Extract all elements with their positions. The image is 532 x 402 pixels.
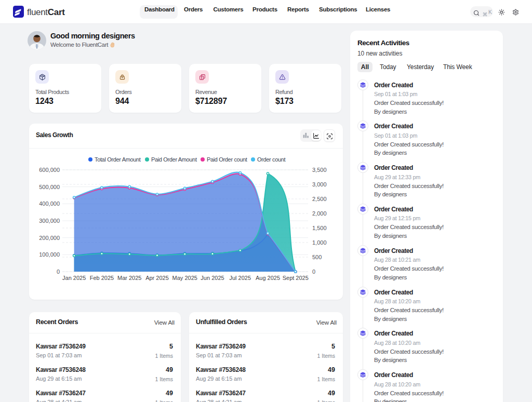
svg-text:Mar 2025: Mar 2025: [117, 275, 141, 281]
svg-text:1,000: 1,000: [312, 239, 327, 246]
svg-text:300,000: 300,000: [39, 218, 60, 224]
svg-text:2,000: 2,000: [312, 210, 327, 217]
svg-text:Order count: Order count: [257, 156, 286, 163]
svg-text:0: 0: [312, 269, 315, 275]
svg-text:0: 0: [57, 269, 60, 275]
svg-text:500,000: 500,000: [39, 184, 60, 190]
svg-text:2,500: 2,500: [312, 196, 327, 202]
svg-text:Apr 2025: Apr 2025: [145, 275, 169, 281]
svg-text:Jul 2025: Jul 2025: [229, 275, 251, 281]
svg-text:100,000: 100,000: [39, 251, 60, 258]
svg-text:3,500: 3,500: [312, 167, 327, 173]
svg-text:500: 500: [312, 254, 322, 260]
svg-text:600,000: 600,000: [39, 167, 60, 173]
svg-text:Feb 2025: Feb 2025: [90, 275, 114, 281]
svg-text:Paid Order count: Paid Order count: [207, 156, 247, 163]
svg-text:Total Order Amount: Total Order Amount: [95, 156, 141, 163]
svg-text:3,000: 3,000: [312, 181, 327, 187]
svg-text:400,000: 400,000: [39, 200, 60, 207]
svg-text:May 2025: May 2025: [172, 275, 197, 281]
svg-text:Paid Order Amount: Paid Order Amount: [151, 156, 197, 163]
svg-text:Jan 2025: Jan 2025: [62, 275, 86, 281]
svg-text:Aug 2025: Aug 2025: [256, 275, 280, 281]
svg-text:1,500: 1,500: [312, 225, 327, 231]
svg-text:Sept 2025: Sept 2025: [283, 275, 309, 281]
svg-text:200,000: 200,000: [39, 235, 60, 241]
svg-text:Jun 2025: Jun 2025: [201, 275, 224, 281]
